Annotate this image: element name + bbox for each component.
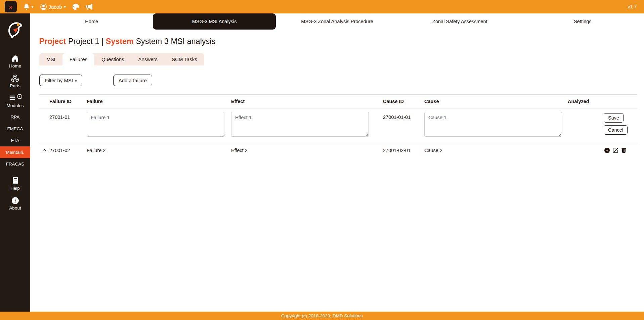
sidebar-item-label: Modules: [6, 103, 24, 108]
sidebar-item-label: Home: [9, 63, 21, 68]
cause-input[interactable]: Cause 1: [424, 112, 562, 137]
chevron-down-icon: ▾: [32, 5, 34, 9]
failure-id-cell: 27001-02: [49, 148, 87, 153]
menu-bars-icon: [8, 94, 16, 102]
sidebar-toggle-button[interactable]: »: [5, 1, 17, 12]
sidebar-item-label: Maintain.: [6, 150, 25, 155]
tab-home[interactable]: Home: [30, 13, 153, 30]
col-cause-id: Cause ID: [383, 99, 424, 104]
col-analyzed: Analyzed: [568, 99, 601, 104]
sidebar-item-label: FMECA: [7, 126, 23, 131]
palette-icon: [73, 4, 79, 10]
project-value: Project 1 |: [68, 37, 103, 46]
person-circle-icon: [40, 4, 47, 10]
app-version: v1.7: [628, 4, 639, 9]
info-circle-icon: [12, 197, 19, 204]
theme-button[interactable]: [73, 4, 79, 10]
add-failure-button[interactable]: Add a failure: [113, 75, 152, 86]
sidebar-item-modules[interactable]: ▾ Modules: [0, 91, 30, 111]
tab-settings[interactable]: Settings: [521, 13, 644, 30]
table-header-row: Failure ID Failure Effect Cause ID Cause…: [39, 94, 637, 108]
table-row: 27001-01 Failure 1 Effect 1 27001-01-01 …: [39, 108, 637, 143]
failures-table: Failure ID Failure Effect Cause ID Cause…: [39, 94, 637, 157]
book-icon: [11, 177, 19, 184]
cubes-icon: [11, 75, 19, 82]
analyzed-cell: [568, 112, 601, 112]
edit-button[interactable]: [613, 148, 618, 153]
sidebar-item-fta[interactable]: FTA: [0, 135, 30, 146]
top-bar: » ▾ Jacob ▾ v1.7: [0, 0, 644, 13]
chevron-up-icon: [42, 148, 46, 153]
sidebar-item-help[interactable]: Help: [0, 174, 30, 194]
sidebar-item-maintain[interactable]: Maintain.: [0, 146, 30, 158]
col-failure-id: Failure ID: [49, 99, 87, 104]
subtab-scm-tasks[interactable]: SCM Tasks: [165, 53, 204, 65]
analyzed-cell: [568, 150, 601, 151]
caret-square-icon: ▾: [17, 94, 22, 99]
tab-zonal-safety-assessment[interactable]: Zonal Safety Assessment: [398, 13, 521, 30]
sidebar-item-about[interactable]: About: [0, 194, 30, 214]
failure-id-cell: 27001-01: [49, 112, 87, 120]
subtab-msi[interactable]: MSI: [39, 53, 62, 65]
collapse-row-button[interactable]: [39, 148, 49, 153]
top-nav-tabs: Home MSG-3 MSI Analysis MSG-3 Zonal Anal…: [30, 13, 644, 30]
user-menu[interactable]: Jacob ▾: [40, 4, 66, 10]
sidebar: Home Parts ▾ Modules RPA FMECA FTA Maint…: [0, 13, 30, 312]
subtab-answers[interactable]: Answers: [131, 53, 165, 65]
sidebar-item-label: FRACAS: [6, 162, 25, 167]
col-cause: Cause: [424, 99, 568, 104]
caret-down-icon: ▾: [75, 79, 77, 83]
sidebar-item-home[interactable]: Home: [0, 52, 30, 72]
save-button[interactable]: Save: [604, 113, 624, 123]
announcements-button[interactable]: [86, 3, 92, 10]
effect-cell: Effect 2: [231, 148, 383, 153]
sidebar-item-label: Help: [10, 186, 20, 191]
subtab-failures[interactable]: Failures: [62, 53, 94, 65]
sidebar-item-rpa[interactable]: RPA: [0, 111, 30, 123]
page-title: Project Project 1 | System System 3 MSI …: [39, 37, 637, 46]
sidebar-item-label: RPA: [11, 115, 20, 120]
table-row: 27001-02 Failure 2 Effect 2 27001-02-01 …: [39, 143, 637, 157]
system-value: System 3 MSI analysis: [136, 37, 216, 46]
sidebar-item-label: Parts: [10, 83, 20, 88]
system-label: System: [106, 37, 134, 46]
tab-msg3-zonal-analysis-procedure[interactable]: MSG-3 Zonal Analysis Procedure: [276, 13, 398, 30]
sidebar-item-fmeca[interactable]: FMECA: [0, 123, 30, 135]
sidebar-item-fracas[interactable]: FRACAS: [0, 158, 30, 170]
sidebar-item-label: FTA: [11, 138, 19, 143]
sub-tabs: MSI Failures Questions Answers SCM Tasks: [39, 53, 204, 65]
cause-id-cell: 27001-02-01: [383, 148, 424, 153]
tab-msg3-msi-analysis[interactable]: MSG-3 MSI Analysis: [153, 13, 275, 30]
user-name: Jacob: [49, 4, 62, 10]
col-effect: Effect: [231, 99, 383, 104]
notifications-menu[interactable]: ▾: [24, 4, 34, 10]
bell-icon: [24, 4, 30, 10]
sidebar-item-label: About: [9, 205, 21, 211]
subtab-questions[interactable]: Questions: [94, 53, 131, 65]
main-content: Home MSG-3 MSI Analysis MSG-3 Zonal Anal…: [30, 13, 644, 312]
cause-id-cell: 27001-01-01: [383, 112, 424, 120]
delete-button[interactable]: [621, 148, 627, 153]
footer: Copyright (c) 2018-2023, DMD Solutions: [0, 312, 644, 320]
chevron-down-icon: ▾: [64, 5, 66, 9]
project-label: Project: [39, 37, 66, 46]
add-cause-button[interactable]: [604, 148, 610, 153]
col-failure: Failure: [87, 99, 231, 104]
cause-cell: Cause 2: [424, 148, 568, 153]
sidebar-item-parts[interactable]: Parts: [0, 72, 30, 91]
cancel-button[interactable]: Cancel: [604, 125, 628, 135]
row-actions: [601, 148, 637, 153]
home-icon: [11, 55, 19, 62]
effect-input[interactable]: Effect 1: [231, 112, 369, 137]
app-logo[interactable]: [6, 19, 24, 40]
failure-cell: Failure 2: [87, 148, 231, 153]
failure-input[interactable]: Failure 1: [87, 112, 224, 137]
filter-by-msi-dropdown[interactable]: Filter by MSI▾: [39, 75, 82, 86]
toolbar: Filter by MSI▾ Add a failure: [39, 75, 637, 86]
megaphone-icon: [86, 3, 92, 10]
copyright-text: Copyright (c) 2018-2023, DMD Solutions: [281, 313, 363, 318]
